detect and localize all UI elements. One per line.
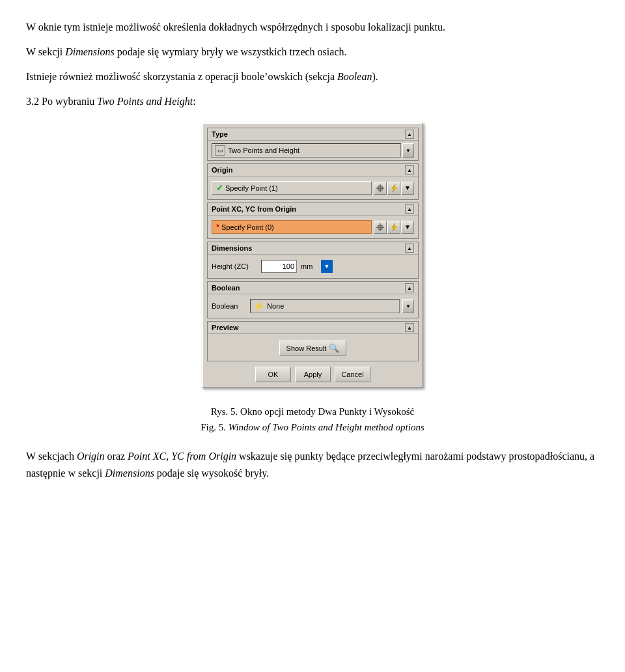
origin-specify-btn[interactable]: ✓ Specify Point (1) [212, 181, 372, 195]
type-section: Type ▲ ▭ Two Points and Height ▼ [207, 128, 419, 161]
height-arrow-btn[interactable]: ▼ [321, 260, 333, 273]
section-heading: 3.2 Po wybraniu Two Points and Height: [26, 94, 599, 109]
point-xc-specify-label: Specify Point (0) [221, 223, 274, 231]
dialog: Type ▲ ▭ Two Points and Height ▼ Origin … [202, 122, 423, 388]
origin-section: Origin ▲ ✓ Specify Point (1) [207, 163, 419, 200]
dimensions-section-content: Height (ZC) mm ▼ [208, 255, 418, 278]
svg-marker-7 [392, 223, 397, 231]
caption-rys-desc: Okno opcji metody Dwa Punkty i Wysokość [240, 406, 414, 417]
dimensions-section-collapse-btn[interactable]: ▲ [405, 244, 414, 253]
paragraph-3: Istnieje również możliwość skorzystania … [26, 69, 599, 85]
height-label: Height (ZC) [212, 262, 257, 270]
type-section-collapse-btn[interactable]: ▲ [405, 130, 414, 139]
point-xc-section-content: * Specify Point (0) [208, 216, 418, 238]
preview-section-label: Preview [212, 324, 239, 331]
type-section-content: ▭ Two Points and Height ▼ [208, 141, 418, 160]
paragraph-2-suffix: podaje się wymiary bryły we wszystkich t… [115, 46, 347, 57]
preview-row: Show Result 🔍 [212, 337, 414, 358]
show-result-btn[interactable]: Show Result 🔍 [279, 341, 347, 356]
final-p1-mid1: oraz [105, 451, 128, 462]
height-row: Height (ZC) mm ▼ [212, 257, 414, 275]
height-input[interactable] [261, 260, 297, 273]
preview-section: Preview ▲ Show Result 🔍 [207, 321, 419, 361]
origin-specify-row: ✓ Specify Point (1) [212, 179, 414, 197]
final-p1-end: podaje się wysokość bryły. [154, 468, 269, 479]
type-shape-icon: ▭ [215, 145, 225, 156]
type-dropdown-row: ▭ Two Points and Height ▼ [212, 143, 414, 158]
point-xc-specify-row: * Specify Point (0) [212, 218, 414, 236]
paragraph-2: W sekcji Dimensions podaje się wymiary b… [26, 44, 599, 60]
boolean-section-header: Boolean ▲ [208, 282, 418, 294]
point-xc-section-collapse-btn[interactable]: ▲ [405, 204, 414, 214]
paragraph-1: W oknie tym istnieje możliwość określeni… [26, 20, 599, 35]
crosshair-icon-2 [376, 223, 385, 232]
final-p1-italic2: Point XC, YC from Origin [128, 451, 236, 462]
point-xc-specify-btn[interactable]: * Specify Point (0) [212, 220, 372, 234]
boolean-dropdown-arrow[interactable]: ▼ [402, 299, 414, 313]
boolean-dropdown[interactable]: ⚡ None [250, 299, 400, 313]
type-dropdown-arrow[interactable]: ▼ [402, 143, 414, 158]
boolean-section-label: Boolean [212, 284, 240, 292]
origin-check-icon: ✓ [216, 183, 223, 193]
boolean-section: Boolean ▲ Boolean ⚡ None ▼ [207, 281, 419, 318]
apply-button[interactable]: Apply [295, 367, 331, 382]
origin-specify-label: Specify Point (1) [225, 184, 278, 192]
section-heading-suffix: : [193, 96, 195, 107]
dialog-container: Type ▲ ▭ Two Points and Height ▼ Origin … [26, 122, 599, 388]
lightning-icon [390, 184, 398, 193]
type-dropdown-value: Two Points and Height [228, 147, 299, 154]
origin-section-header: Origin ▲ [208, 164, 418, 176]
point-xc-section: Point XC, YC from Origin ▲ * Specify Poi… [207, 203, 419, 239]
svg-marker-3 [392, 184, 397, 192]
paragraph-2-italic: Dimensions [65, 46, 115, 57]
type-section-label: Type [212, 130, 228, 138]
final-p1-italic1: Origin [77, 451, 105, 462]
origin-lightning-icon-btn[interactable] [387, 182, 400, 195]
origin-icon-group: ▼ [374, 182, 414, 195]
dimensions-section-header: Dimensions ▲ [208, 242, 418, 255]
paragraph-3-suffix: ). [372, 71, 378, 82]
boolean-none-icon: ⚡ [253, 301, 264, 311]
boolean-field-row: Boolean ⚡ None ▼ [212, 297, 414, 315]
caption-rys-number: Rys. 5. [211, 406, 238, 417]
dimensions-section: Dimensions ▲ Height (ZC) mm ▼ [207, 242, 419, 279]
height-down-arrow-icon: ▼ [324, 263, 330, 270]
dialog-button-row: OK Apply Cancel [207, 364, 419, 384]
paragraph-3-prefix: Istnieje również możliwość skorzystania … [26, 71, 337, 82]
preview-section-header: Preview ▲ [208, 322, 418, 334]
cancel-button[interactable]: Cancel [335, 367, 370, 382]
final-p1-italic3: Dimensions [105, 468, 154, 479]
final-p1-prefix: W sekcjach [26, 451, 77, 462]
type-dropdown[interactable]: ▭ Two Points and Height [212, 143, 401, 158]
type-section-header: Type ▲ [208, 128, 418, 141]
final-paragraph: W sekcjach Origin oraz Point XC, YC from… [26, 448, 599, 481]
point-xc-star-icon: * [216, 222, 219, 232]
caption-fig-desc: Window of Two Points and Height method o… [229, 422, 424, 432]
caption-rys: Rys. 5. Okno opcji metody Dwa Punkty i W… [26, 404, 599, 419]
section-heading-italic: Two Points and Height [97, 96, 193, 107]
preview-section-content: Show Result 🔍 [208, 334, 418, 361]
origin-crosshair-icon-btn[interactable] [374, 182, 387, 195]
point-xc-lightning-icon-btn[interactable] [387, 221, 400, 234]
point-xc-section-label: Point XC, YC from Origin [212, 205, 296, 213]
point-xc-dropdown-icon-btn[interactable]: ▼ [401, 221, 414, 234]
height-unit: mm [301, 262, 317, 270]
boolean-section-collapse-btn[interactable]: ▲ [405, 283, 414, 292]
paragraph-2-prefix: W sekcji [26, 46, 65, 57]
origin-section-label: Origin [212, 166, 232, 174]
point-xc-icon-group: ▼ [374, 221, 414, 234]
caption-fig-number: Fig. 5. [201, 422, 226, 432]
origin-section-content: ✓ Specify Point (1) [208, 176, 418, 199]
caption-block: Rys. 5. Okno opcji metody Dwa Punkty i W… [26, 404, 599, 435]
origin-section-collapse-btn[interactable]: ▲ [405, 165, 414, 175]
boolean-field-label: Boolean [212, 302, 247, 310]
point-xc-crosshair-icon-btn[interactable] [374, 221, 387, 234]
paragraph-3-italic: Boolean [337, 71, 372, 82]
preview-section-collapse-btn[interactable]: ▲ [405, 323, 414, 332]
section-heading-prefix: 3.2 Po wybraniu [26, 96, 97, 107]
boolean-dropdown-value: None [267, 302, 284, 310]
origin-dropdown-icon-btn[interactable]: ▼ [401, 182, 414, 195]
lightning-icon-2 [390, 223, 398, 232]
ok-button[interactable]: OK [255, 367, 291, 382]
magnify-icon: 🔍 [329, 343, 339, 353]
